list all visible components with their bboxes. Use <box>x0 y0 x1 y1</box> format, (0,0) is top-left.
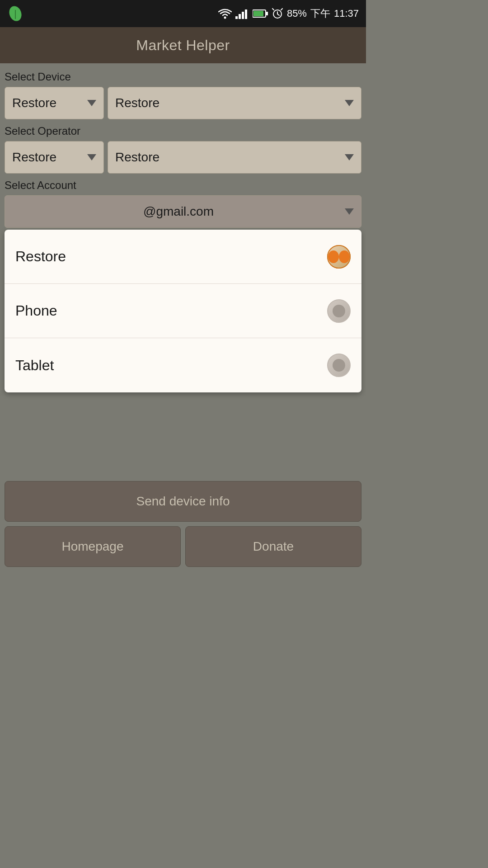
device-dropdown-left-arrow <box>87 100 96 106</box>
wifi-icon <box>218 8 232 19</box>
svg-line-14 <box>281 9 282 10</box>
svg-line-12 <box>277 14 279 15</box>
radio-phone[interactable] <box>327 299 351 323</box>
svg-point-2 <box>224 17 226 19</box>
device-dropdown-right[interactable]: Restore <box>108 87 361 119</box>
select-operator-section: Select Operator Restore Restore <box>5 125 361 174</box>
radio-restore[interactable] <box>327 245 351 269</box>
status-bar: 85% 下午 11:37 <box>0 0 366 27</box>
time-period: 下午 <box>310 7 330 20</box>
operator-dropdown-left-value: Restore <box>12 150 56 165</box>
svg-rect-9 <box>253 11 263 16</box>
clock-time: 11:37 <box>334 8 359 19</box>
app-title: Market Helper <box>136 37 230 54</box>
svg-rect-6 <box>245 9 247 19</box>
select-account-label: Select Account <box>5 179 361 192</box>
dropdown-item-restore[interactable]: Restore <box>5 230 361 284</box>
select-account-section: Select Account @gmail.com <box>5 179 361 228</box>
donate-label: Donate <box>253 539 294 554</box>
svg-line-13 <box>272 9 274 10</box>
operator-dropdown-row: Restore Restore <box>5 141 361 174</box>
send-device-info-label: Send device info <box>136 494 230 509</box>
bottom-buttons: Send device info Homepage Donate <box>0 481 366 576</box>
select-device-section: Select Device Restore Restore <box>5 71 361 119</box>
dropdown-item-restore-label: Restore <box>15 248 66 265</box>
homepage-label: Homepage <box>62 539 124 554</box>
device-dropdown-right-value: Restore <box>115 96 160 110</box>
operator-dropdown-right-value: Restore <box>115 150 160 165</box>
svg-rect-5 <box>242 12 244 19</box>
status-bar-right: 85% 下午 11:37 <box>218 7 359 20</box>
dropdown-item-phone-label: Phone <box>15 302 57 319</box>
device-dropdown-row: Restore Restore <box>5 87 361 119</box>
homepage-button[interactable]: Homepage <box>5 526 181 567</box>
leaf-icon <box>7 5 23 22</box>
main-content: Select Device Restore Restore Select Ope… <box>0 63 366 400</box>
title-bar: Market Helper <box>0 27 366 63</box>
dropdown-popup: Restore Phone Tablet <box>5 230 361 392</box>
battery-percentage: 85% <box>287 8 307 19</box>
device-dropdown-left-value: Restore <box>12 96 56 110</box>
operator-dropdown-right[interactable]: Restore <box>108 141 361 174</box>
send-device-info-button[interactable]: Send device info <box>5 481 361 522</box>
signal-icon <box>235 8 249 19</box>
operator-dropdown-right-arrow <box>345 154 354 160</box>
alarm-icon <box>272 8 283 19</box>
account-dropdown-value: @gmail.com <box>12 204 345 219</box>
device-dropdown-right-arrow <box>345 100 354 106</box>
svg-rect-4 <box>239 14 241 19</box>
device-dropdown-left[interactable]: Restore <box>5 87 104 119</box>
battery-icon <box>253 9 268 19</box>
operator-dropdown-left[interactable]: Restore <box>5 141 104 174</box>
spacer <box>0 400 366 481</box>
donate-button[interactable]: Donate <box>185 526 361 567</box>
operator-dropdown-left-arrow <box>87 154 96 160</box>
account-dropdown[interactable]: @gmail.com <box>5 195 361 228</box>
svg-rect-3 <box>235 16 238 19</box>
svg-rect-8 <box>266 12 268 15</box>
dropdown-item-tablet-label: Tablet <box>15 357 54 374</box>
dropdown-item-phone[interactable]: Phone <box>5 284 361 338</box>
status-bar-left <box>7 5 23 22</box>
secondary-button-row: Homepage Donate <box>5 526 361 567</box>
account-dropdown-arrow <box>345 208 354 215</box>
select-device-label: Select Device <box>5 71 361 83</box>
select-operator-label: Select Operator <box>5 125 361 137</box>
radio-tablet[interactable] <box>327 354 351 377</box>
dropdown-item-tablet[interactable]: Tablet <box>5 338 361 392</box>
